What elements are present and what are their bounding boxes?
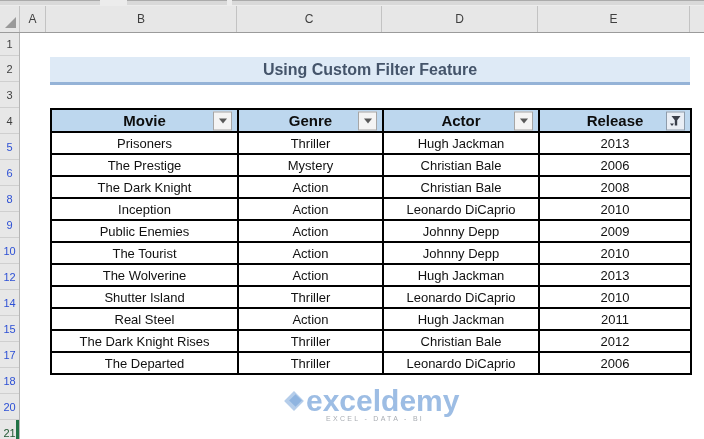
cell-movie[interactable]: Shutter Island [51,286,238,308]
excel-worksheet-view: A B C D E 123456891012141517182021 Using… [0,0,704,439]
cell-genre[interactable]: Thriller [238,286,383,308]
cell-release[interactable]: 2010 [539,286,691,308]
cell-genre[interactable]: Thriller [238,330,383,352]
cell-release[interactable]: 2012 [539,330,691,352]
cell-movie[interactable]: The Wolverine [51,264,238,286]
table-row: Public EnemiesActionJohnny Depp2009 [51,220,691,242]
row-header-5[interactable]: 5 [0,134,19,160]
filter-button-actor[interactable] [514,111,533,130]
table-row: The Dark Knight RisesThrillerChristian B… [51,330,691,352]
header-release[interactable]: Release [539,109,691,132]
column-header-d[interactable]: D [382,6,538,32]
cell-actor[interactable]: Christian Bale [383,176,539,198]
exceldemy-diamond-icon [284,391,306,413]
chevron-down-icon [520,118,528,123]
row-header-18[interactable]: 18 [0,368,19,394]
table-row: Shutter IslandThrillerLeonardo DiCaprio2… [51,286,691,308]
table-row: The WolverineActionHugh Jackman2013 [51,264,691,286]
cell-movie[interactable]: Public Enemies [51,220,238,242]
row-header-9[interactable]: 9 [0,212,19,238]
ribbon-segment [127,0,227,5]
header-movie[interactable]: Movie [51,109,238,132]
cell-actor[interactable]: Christian Bale [383,330,539,352]
row-header-4[interactable]: 4 [0,108,19,134]
cell-release[interactable]: 2006 [539,154,691,176]
cell-genre[interactable]: Mystery [238,154,383,176]
cell-actor[interactable]: Hugh Jackman [383,308,539,330]
row-header-8[interactable]: 8 [0,186,19,212]
cell-release[interactable]: 2006 [539,352,691,374]
row-header-6[interactable]: 6 [0,160,19,186]
cell-genre[interactable]: Action [238,264,383,286]
cell-release[interactable]: 2011 [539,308,691,330]
select-all-corner[interactable] [0,6,20,32]
row-header-21[interactable]: 21 [0,420,19,439]
cell-genre[interactable]: Action [238,176,383,198]
header-genre-label: Genre [289,112,332,129]
cell-movie[interactable]: The Departed [51,352,238,374]
cell-genre[interactable]: Action [238,198,383,220]
row-header-14[interactable]: 14 [0,290,19,316]
cell-actor[interactable]: Leonardo DiCaprio [383,352,539,374]
cell-actor[interactable]: Johnny Depp [383,220,539,242]
cell-release[interactable]: 2010 [539,242,691,264]
table-header-row: Movie Genre Actor [51,109,691,132]
row-header-12[interactable]: 12 [0,264,19,290]
table-row: The PrestigeMysteryChristian Bale2006 [51,154,691,176]
table-row: InceptionActionLeonardo DiCaprio2010 [51,198,691,220]
cell-release[interactable]: 2009 [539,220,691,242]
cell-movie[interactable]: Real Steel [51,308,238,330]
cell-genre[interactable]: Thriller [238,132,383,154]
cell-actor[interactable]: Hugh Jackman [383,132,539,154]
table-row: The TouristActionJohnny Depp2010 [51,242,691,264]
funnel-filter-icon [669,114,682,127]
column-header-c[interactable]: C [237,6,382,32]
filter-button-movie[interactable] [213,111,232,130]
row-header-15[interactable]: 15 [0,316,19,342]
title-banner: Using Custom Filter Feature [50,57,690,85]
header-genre[interactable]: Genre [238,109,383,132]
cell-movie[interactable]: The Dark Knight [51,176,238,198]
table-row: Real SteelActionHugh Jackman2011 [51,308,691,330]
cell-actor[interactable]: Christian Bale [383,154,539,176]
cell-actor[interactable]: Hugh Jackman [383,264,539,286]
cell-actor[interactable]: Leonardo DiCaprio [383,286,539,308]
cell-actor[interactable]: Leonardo DiCaprio [383,198,539,220]
row-header-1[interactable]: 1 [0,33,19,56]
header-movie-label: Movie [123,112,166,129]
column-header-f-partial[interactable] [690,6,704,32]
cell-release[interactable]: 2010 [539,198,691,220]
column-header-b[interactable]: B [46,6,237,32]
cell-genre[interactable]: Action [238,220,383,242]
cell-movie[interactable]: The Dark Knight Rises [51,330,238,352]
cell-release[interactable]: 2013 [539,264,691,286]
watermark: exceldemy EXCEL - DATA - BI [284,388,459,422]
watermark-brand: exceldemy [306,388,459,414]
filter-button-release-active[interactable] [666,111,685,130]
cell-actor[interactable]: Johnny Depp [383,242,539,264]
select-all-triangle-icon [5,17,16,28]
row-header-20[interactable]: 20 [0,394,19,420]
table-row: The DepartedThrillerLeonardo DiCaprio200… [51,352,691,374]
ribbon-segment [232,0,704,5]
cell-release[interactable]: 2013 [539,132,691,154]
column-header-a[interactable]: A [20,6,46,32]
ribbon-segment [0,0,100,5]
row-header-3[interactable]: 3 [0,82,19,108]
cell-movie[interactable]: The Tourist [51,242,238,264]
row-header-2[interactable]: 2 [0,56,19,82]
header-actor[interactable]: Actor [383,109,539,132]
cell-movie[interactable]: Prisoners [51,132,238,154]
cell-genre[interactable]: Thriller [238,352,383,374]
cell-genre[interactable]: Action [238,242,383,264]
row-header-17[interactable]: 17 [0,342,19,368]
cell-genre[interactable]: Action [238,308,383,330]
row-header-10[interactable]: 10 [0,238,19,264]
filter-button-genre[interactable] [358,111,377,130]
column-headers: A B C D E [0,6,704,33]
cell-release[interactable]: 2008 [539,176,691,198]
column-header-e[interactable]: E [538,6,690,32]
cell-movie[interactable]: Inception [51,198,238,220]
cell-movie[interactable]: The Prestige [51,154,238,176]
page-title: Using Custom Filter Feature [263,61,477,79]
